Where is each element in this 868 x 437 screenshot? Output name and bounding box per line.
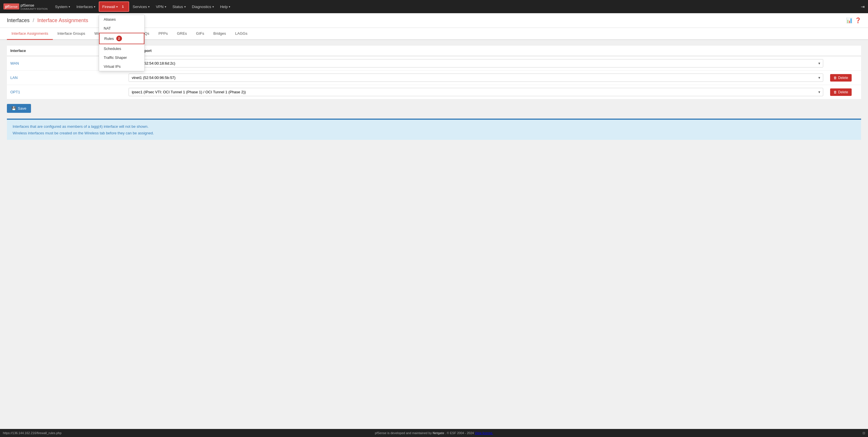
wan-port-select[interactable]: vtnet0 (52:54:00:18:6d:2c) <box>129 59 823 67</box>
table-row: LAN vtnet1 (52:54:00:96:5b:57) ▾ 🗑 <box>7 71 861 85</box>
lan-port-wrapper: vtnet1 (52:54:00:96:5b:57) ▾ <box>129 73 823 82</box>
brand-name: pfSense <box>20 3 34 7</box>
lan-port-cell: vtnet1 (52:54:00:96:5b:57) ▾ <box>125 71 827 85</box>
chevron-down-icon: ▾ <box>229 5 230 8</box>
help-icon[interactable]: ❓ <box>855 17 861 24</box>
nav-items: System ▾ Interfaces ▾ Firewall ▾ 1 Alias… <box>52 1 861 12</box>
breadcrumb-separator: / <box>33 18 34 23</box>
info-message-2: Wireless interfaces must be created on t… <box>12 131 856 135</box>
chevron-down-icon: ▾ <box>212 5 214 8</box>
chevron-down-icon: ▾ <box>184 5 186 8</box>
nav-item-help[interactable]: Help ▾ <box>217 3 234 11</box>
save-button[interactable]: 💾 Save <box>7 104 31 113</box>
nav-item-status[interactable]: Status ▾ <box>169 3 189 11</box>
nav-item-system[interactable]: System ▾ <box>52 3 73 11</box>
opt1-port-wrapper: ipsec1 (IPsec VTI: OCI Tunnel 1 (Phase 1… <box>129 88 823 96</box>
table-row: OPT1 ipsec1 (IPsec VTI: OCI Tunnel 1 (Ph… <box>7 85 861 99</box>
brand-edition: pfSense COMMUNITY EDITION <box>20 3 48 10</box>
wan-port-cell: vtnet0 (52:54:00:18:6d:2c) ▾ <box>125 56 827 71</box>
step-badge-1: 1 <box>120 4 126 9</box>
wan-link[interactable]: WAN <box>10 61 19 65</box>
save-icon: 💾 <box>11 106 16 111</box>
tab-interface-assignments[interactable]: Interface Assignments <box>7 28 53 40</box>
nav-item-firewall-wrapper: Firewall ▾ 1 Aliases NAT Rules 2 Schedul… <box>99 1 129 12</box>
logout-icon[interactable]: ⇥ <box>861 4 865 9</box>
opt1-link[interactable]: OPT1 <box>10 90 20 94</box>
nav-item-diagnostics[interactable]: Diagnostics ▾ <box>189 3 217 11</box>
dropdown-item-virtual-ips[interactable]: Virtual IPs <box>99 62 144 71</box>
nav-item-services[interactable]: Services ▾ <box>130 3 152 11</box>
col-header-network-port: Network port <box>125 45 827 56</box>
tab-bridges[interactable]: Bridges <box>209 28 230 40</box>
chevron-down-icon: ▾ <box>94 5 95 8</box>
dropdown-item-aliases[interactable]: Aliases <box>99 15 144 24</box>
tab-gifs[interactable]: GIFs <box>191 28 209 40</box>
opt1-delete-button[interactable]: 🗑 Delete <box>830 88 851 96</box>
interface-lan: LAN <box>7 71 125 85</box>
opt1-port-select[interactable]: ipsec1 (IPsec VTI: OCI Tunnel 1 (Phase 1… <box>129 88 823 96</box>
navbar: pfSense pfSense COMMUNITY EDITION System… <box>0 0 868 13</box>
step-badge-2: 2 <box>116 36 122 41</box>
wan-port-wrapper: vtnet0 (52:54:00:18:6d:2c) ▾ <box>129 59 823 67</box>
lan-delete-button[interactable]: 🗑 Delete <box>830 74 851 82</box>
pfsense-logo-box: pfSense <box>3 3 19 9</box>
interface-opt1: OPT1 <box>7 85 125 99</box>
logo-sense: Sense <box>9 5 18 8</box>
nav-item-firewall[interactable]: Firewall ▾ 1 <box>99 1 129 12</box>
opt1-action-cell: 🗑 Delete <box>827 85 861 99</box>
chevron-down-icon: ▾ <box>148 5 150 8</box>
breadcrumb: Interfaces / Interface Assignments <box>7 18 88 24</box>
chart-icon[interactable]: 📊 <box>846 17 852 24</box>
nav-item-vpn[interactable]: VPN ▾ <box>153 3 169 11</box>
dropdown-item-traffic-shaper[interactable]: Traffic Shaper <box>99 53 144 62</box>
dropdown-item-schedules[interactable]: Schedules <box>99 44 144 53</box>
info-box: Interfaces that are configured as member… <box>7 119 861 140</box>
firewall-dropdown-menu: Aliases NAT Rules 2 Schedules Traffic Sh… <box>99 14 145 71</box>
breadcrumb-icons: 📊 ❓ <box>846 17 861 24</box>
brand-logo[interactable]: pfSense pfSense COMMUNITY EDITION <box>3 3 48 10</box>
opt1-port-cell: ipsec1 (IPsec VTI: OCI Tunnel 1 (Phase 1… <box>125 85 827 99</box>
tab-ppps[interactable]: PPPs <box>154 28 173 40</box>
logo-pf: pf <box>5 4 9 9</box>
trash-icon: 🗑 <box>834 76 837 80</box>
chevron-down-icon: ▾ <box>165 5 166 8</box>
tab-laggs[interactable]: LAGGs <box>230 28 252 40</box>
tab-gres[interactable]: GREs <box>172 28 191 40</box>
lan-port-select[interactable]: vtnet1 (52:54:00:96:5b:57) <box>129 73 823 82</box>
lan-action-cell: 🗑 Delete <box>827 71 861 85</box>
nav-item-interfaces[interactable]: Interfaces ▾ <box>73 3 98 11</box>
brand-edition-text: COMMUNITY EDITION <box>20 7 48 10</box>
wan-action-cell <box>827 56 861 71</box>
trash-icon: 🗑 <box>834 90 837 94</box>
breadcrumb-current: Interface Assignments <box>37 18 88 23</box>
breadcrumb-parent: Interfaces <box>7 18 30 23</box>
dropdown-item-nat[interactable]: NAT <box>99 24 144 33</box>
tab-interface-groups[interactable]: Interface Groups <box>53 28 90 40</box>
col-header-actions <box>827 45 861 56</box>
dropdown-item-rules[interactable]: Rules 2 <box>99 33 144 44</box>
info-message-1: Interfaces that are configured as member… <box>12 124 856 129</box>
chevron-down-icon: ▾ <box>69 5 70 8</box>
chevron-down-icon: ▾ <box>116 5 118 8</box>
lan-link[interactable]: LAN <box>10 75 18 80</box>
